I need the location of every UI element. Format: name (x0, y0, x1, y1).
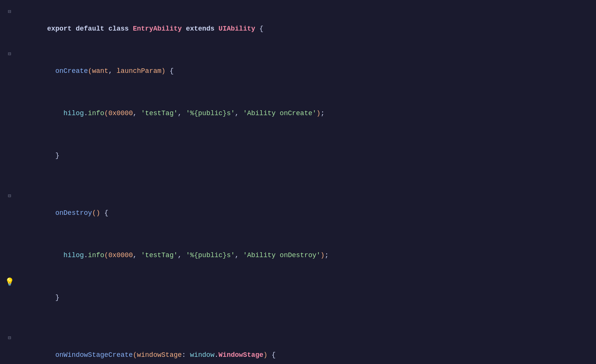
gutter-2: ⊟ (0, 51, 19, 57)
gutter-8: 💡 (0, 277, 19, 287)
obj-hilog-3: hilog (63, 110, 84, 117)
class-entry-ability: EntryAbility (133, 25, 182, 32)
code-line-1: ⊟ export default class EntryAbility exte… (0, 8, 596, 50)
code-line-8: 💡 } (0, 276, 596, 319)
code-content-1: export default class EntryAbility extend… (19, 8, 596, 49)
keyword-extends: extends (186, 25, 215, 32)
code-content-6: onDestroy() { (19, 193, 596, 233)
fold-icon-10[interactable]: ⊟ (8, 335, 11, 341)
class-ui-ability: UIAbility (219, 25, 255, 32)
code-line-4: } (0, 134, 596, 177)
code-line-6: ⊟ onDestroy() { (0, 192, 596, 234)
code-content-2: onCreate(want, launchParam) { (19, 51, 596, 91)
keyword-class: class (108, 25, 129, 32)
str-testtag-3: 'testTag' (141, 110, 178, 117)
code-line-10: ⊟ onWindowStageCreate(windowStage: windo… (0, 334, 596, 364)
method-oncreate: onCreate (55, 67, 88, 75)
code-content-8: } (19, 277, 596, 318)
gutter-10: ⊟ (0, 335, 19, 341)
param-launchparam: launchParam (116, 67, 161, 75)
keyword-export: export (47, 25, 72, 32)
code-content-e2 (19, 319, 596, 333)
str-public-3: '%{public}s' (186, 110, 235, 117)
code-content-4: } (19, 135, 596, 176)
keyword-default: default (76, 25, 104, 32)
method-info-3: info (88, 110, 104, 117)
fold-icon-6[interactable]: ⊟ (8, 193, 11, 199)
code-line-empty-2 (0, 319, 596, 334)
method-onwindowstagecreate: onWindowStageCreate (55, 351, 133, 359)
code-content-10: onWindowStageCreate(windowStage: window.… (19, 335, 596, 364)
hex-3: 0x0000 (108, 110, 133, 117)
code-line-empty-1 (0, 177, 596, 192)
gutter-6: ⊟ (0, 193, 19, 199)
gutter-1: ⊟ (0, 8, 19, 15)
code-content-7: hilog.info(0x0000, 'testTag', '%{public}… (19, 235, 596, 276)
method-ondestroy: onDestroy (55, 209, 92, 217)
code-content-3: hilog.info(0x0000, 'testTag', '%{public}… (19, 93, 596, 134)
brace-2: { (170, 67, 174, 75)
code-line-2: ⊟ onCreate(want, launchParam) { (0, 50, 596, 92)
paren-2b: ) (161, 67, 165, 75)
brace-open-1: { (259, 25, 264, 32)
str-oncreate: 'Ability onCreate' (243, 110, 316, 117)
fold-icon-2[interactable]: ⊟ (8, 51, 11, 57)
param-want: want (92, 67, 108, 75)
lightbulb-icon[interactable]: 💡 (5, 277, 14, 287)
code-editor: ⊟ export default class EntryAbility exte… (0, 0, 596, 364)
paren-2a: ( (88, 67, 92, 75)
code-content-e1 (19, 177, 596, 191)
code-line-3: hilog.info(0x0000, 'testTag', '%{public}… (0, 92, 596, 134)
fold-icon-1[interactable]: ⊟ (8, 8, 11, 15)
code-line-7: hilog.info(0x0000, 'testTag', '%{public}… (0, 234, 596, 276)
